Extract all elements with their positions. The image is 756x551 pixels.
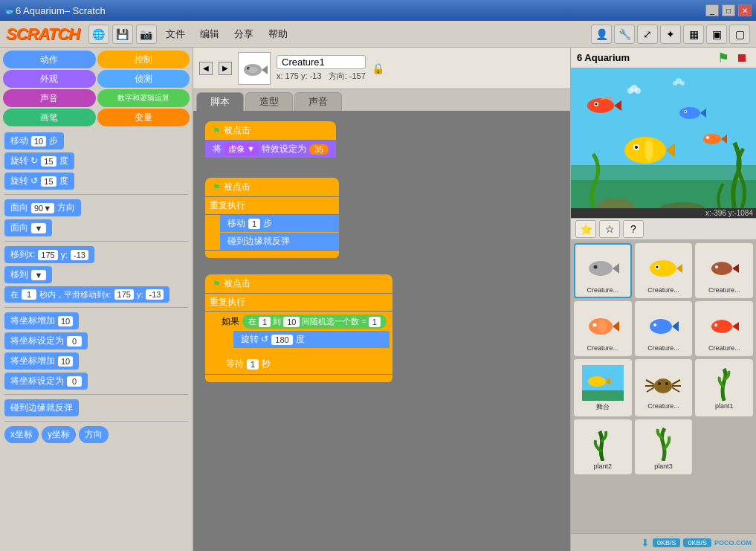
set-effect-block[interactable]: 将 虚像 ▼ 特效设定为 35 bbox=[205, 141, 336, 158]
block-dir[interactable]: 方向 bbox=[79, 426, 109, 443]
script-1: ⚑ 被点击 将 虚像 ▼ 特效设定为 35 bbox=[205, 121, 336, 158]
hat-block-2[interactable]: ⚑ 被点击 bbox=[205, 178, 339, 196]
sprite-label-creature3: Creature... bbox=[708, 286, 740, 294]
if-block[interactable]: 如果 在 1 到 10 间随机选一个数 = 1 bbox=[219, 313, 390, 330]
block-turn-left[interactable]: 旋转 ↺ 15 度 bbox=[4, 173, 74, 190]
sprite-item-plant2[interactable]: plant2 bbox=[574, 419, 632, 474]
block-face-direction[interactable]: 面向 90▼ 方向 bbox=[4, 199, 81, 216]
sprite-item-creature5[interactable]: Creature... bbox=[635, 301, 693, 356]
script-area[interactable]: ⚑ 被点击 将 虚像 ▼ 特效设定为 35 ⚑ 被点击 重复执行 bbox=[193, 111, 570, 551]
block-x-pos[interactable]: x坐标 bbox=[4, 426, 39, 443]
sprite-item-creature3[interactable]: Creature... bbox=[695, 243, 753, 298]
help-tool[interactable]: ? bbox=[623, 220, 644, 238]
prev-sprite-button[interactable]: ◀ bbox=[199, 62, 213, 75]
next-sprite-button[interactable]: ▶ bbox=[219, 62, 232, 75]
sprite-item-creature7[interactable]: Creature... bbox=[635, 359, 693, 416]
cat-operators[interactable]: 数字和逻辑运算 bbox=[97, 89, 190, 107]
cat-pen[interactable]: 画笔 bbox=[3, 109, 96, 126]
sprite-item-plant1[interactable]: plant1 bbox=[695, 359, 753, 416]
sprite-item-creature4[interactable]: Creature... bbox=[574, 301, 632, 356]
menubar: SCRATCH 🌐 💾 📷 文件 编辑 分享 帮助 👤 🔧 ⤢ ✦ ▦ ▣ ▢ bbox=[0, 21, 756, 48]
save-icon-button[interactable]: 💾 bbox=[112, 25, 133, 44]
hat-block-3[interactable]: ⚑ 被点击 bbox=[205, 274, 392, 293]
sprite-label-plant2: plant2 bbox=[594, 463, 613, 470]
close-button[interactable]: ✕ bbox=[738, 4, 752, 16]
sprite-label-creature1: Creature... bbox=[587, 286, 619, 294]
fullscreen-icon-button[interactable]: ⤢ bbox=[637, 25, 658, 44]
edit-tool[interactable]: ☆ bbox=[599, 220, 620, 238]
cat-control[interactable]: 控制 bbox=[97, 51, 190, 68]
move-1-block[interactable]: 移动 1 步 bbox=[220, 215, 339, 232]
layout2-button[interactable]: ▣ bbox=[706, 25, 727, 44]
camera-icon-button[interactable]: 📷 bbox=[136, 25, 157, 44]
block-move[interactable]: 移动 10 步 bbox=[4, 132, 64, 149]
forever-end-2 bbox=[205, 375, 392, 382]
block-bounce[interactable]: 碰到边缘就反弹 bbox=[4, 399, 79, 416]
menu-share[interactable]: 分享 bbox=[228, 25, 259, 44]
svg-point-20 bbox=[703, 134, 721, 144]
sprite-item-creature6[interactable]: Creature... bbox=[695, 301, 753, 356]
svg-marker-32 bbox=[613, 263, 619, 274]
menu-help[interactable]: 帮助 bbox=[262, 25, 294, 44]
svg-point-15 bbox=[644, 139, 653, 161]
block-set-y[interactable]: 将坐标设定为 0 bbox=[4, 373, 88, 390]
svg-marker-35 bbox=[676, 264, 682, 273]
tab-sound[interactable]: 声音 bbox=[294, 92, 342, 111]
sprite-coords: x: 175 y: -13 方向: -157 bbox=[277, 71, 366, 82]
block-face-toward[interactable]: 面向 ▼ bbox=[4, 219, 52, 236]
stamp-tool[interactable]: ⭐ bbox=[575, 220, 596, 238]
svg-line-56 bbox=[646, 380, 654, 384]
forever-block-2[interactable]: 重复执行 bbox=[205, 294, 392, 311]
svg-marker-46 bbox=[672, 321, 679, 332]
tab-script[interactable]: 脚本 bbox=[196, 92, 244, 111]
cat-sensing[interactable]: 侦测 bbox=[97, 70, 190, 88]
hat-block-1[interactable]: ⚑ 被点击 bbox=[205, 121, 336, 140]
layout1-button[interactable]: ▦ bbox=[683, 25, 704, 44]
block-glide[interactable]: 在 1 秒内，平滑移动到x: 175 y: -13 bbox=[4, 286, 169, 303]
sprite-name-input[interactable] bbox=[277, 55, 366, 69]
sprite-item-plant3[interactable]: plant3 bbox=[635, 419, 693, 474]
layout3-button[interactable]: ▢ bbox=[729, 25, 750, 44]
wait-block[interactable]: 等待 1 秒 bbox=[219, 355, 390, 373]
block-y-pos[interactable]: y坐标 bbox=[42, 426, 76, 443]
svg-line-59 bbox=[672, 380, 680, 384]
flag-icon-1: ⚑ bbox=[213, 126, 221, 136]
turn-180-block[interactable]: 旋转 ↺ 180 度 bbox=[233, 331, 390, 348]
block-change-x[interactable]: 将坐标增加 10 bbox=[4, 312, 79, 329]
cat-variables[interactable]: 变量 bbox=[97, 109, 190, 126]
stop-button[interactable]: ⏹ bbox=[734, 51, 750, 65]
globe-icon-button[interactable]: 🌐 bbox=[88, 25, 109, 44]
user-icon-button[interactable]: 👤 bbox=[591, 25, 612, 44]
forever-end-1 bbox=[205, 251, 339, 258]
condition-block[interactable]: 在 1 到 10 间随机选一个数 = 1 bbox=[242, 315, 387, 329]
tab-costume[interactable]: 造型 bbox=[245, 92, 293, 111]
block-goto[interactable]: 移到 ▼ bbox=[4, 266, 52, 283]
svg-point-22 bbox=[706, 136, 709, 139]
block-goto-xy[interactable]: 移到x: 175 y: -13 bbox=[4, 246, 94, 263]
minimize-button[interactable]: _ bbox=[705, 4, 719, 16]
stage-title: 6 Aquarium bbox=[577, 52, 630, 63]
svg-point-47 bbox=[653, 323, 656, 326]
cat-looks[interactable]: 外观 bbox=[3, 70, 96, 88]
svg-point-50 bbox=[714, 323, 717, 326]
sprite-item-creature2[interactable]: Creature... bbox=[635, 243, 693, 298]
menu-edit[interactable]: 编辑 bbox=[194, 25, 225, 44]
svg-point-43 bbox=[592, 323, 596, 327]
forever-block-1[interactable]: 重复执行 bbox=[205, 197, 339, 214]
sprite-label-creature4: Creature... bbox=[587, 344, 619, 352]
menu-file[interactable]: 文件 bbox=[160, 25, 191, 44]
cat-sound[interactable]: 声音 bbox=[3, 89, 96, 107]
block-change-y[interactable]: 将坐标增加 10 bbox=[4, 352, 79, 370]
green-flag-button[interactable]: ⚑ bbox=[715, 51, 731, 65]
sprite-item-creature1[interactable]: Creature... bbox=[574, 243, 632, 298]
bounce-block[interactable]: 碰到边缘就反弹 bbox=[220, 233, 339, 250]
sprite-item-stage[interactable]: 舞台 bbox=[574, 359, 632, 416]
maximize-button[interactable]: □ bbox=[722, 4, 735, 16]
extra-icon-button[interactable]: ✦ bbox=[660, 25, 681, 44]
block-turn-right[interactable]: 旋转 ↻ 15 度 bbox=[4, 152, 74, 170]
cat-motion[interactable]: 动作 bbox=[3, 51, 96, 68]
settings-icon-button[interactable]: 🔧 bbox=[614, 25, 635, 44]
stage-canvas[interactable] bbox=[571, 68, 756, 208]
block-set-x[interactable]: 将坐标设定为 0 bbox=[4, 332, 88, 349]
blocks-area: 移动 10 步 旋转 ↻ 15 度 旋转 ↺ 15 度 面向 90▼ 方向 面向… bbox=[0, 129, 193, 551]
